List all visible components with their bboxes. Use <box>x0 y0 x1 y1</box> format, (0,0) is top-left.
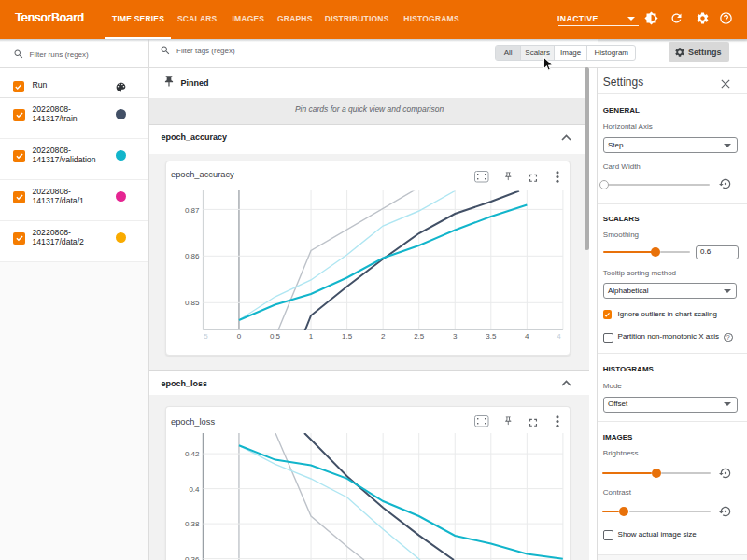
svg-text:0.38: 0.38 <box>185 520 200 528</box>
svg-text:0.5: 0.5 <box>270 332 281 341</box>
svg-text:3: 3 <box>453 332 458 341</box>
svg-text:0.36: 0.36 <box>185 555 200 560</box>
svg-text:1: 1 <box>309 332 314 341</box>
svg-text:3.5: 3.5 <box>486 332 497 341</box>
svg-text:0.4: 0.4 <box>189 485 200 494</box>
svg-text:4: 4 <box>525 332 529 341</box>
svg-text:2: 2 <box>381 332 386 341</box>
svg-text:0.42: 0.42 <box>185 450 200 458</box>
svg-text:0.85: 0.85 <box>185 299 200 307</box>
svg-text:0.86: 0.86 <box>185 252 200 260</box>
svg-text:1.5: 1.5 <box>342 332 353 341</box>
svg-text:5: 5 <box>204 332 208 341</box>
svg-text:4: 4 <box>557 332 561 341</box>
svg-text:0.87: 0.87 <box>185 206 200 215</box>
svg-text:0: 0 <box>237 332 242 341</box>
svg-text:2.5: 2.5 <box>414 332 425 341</box>
